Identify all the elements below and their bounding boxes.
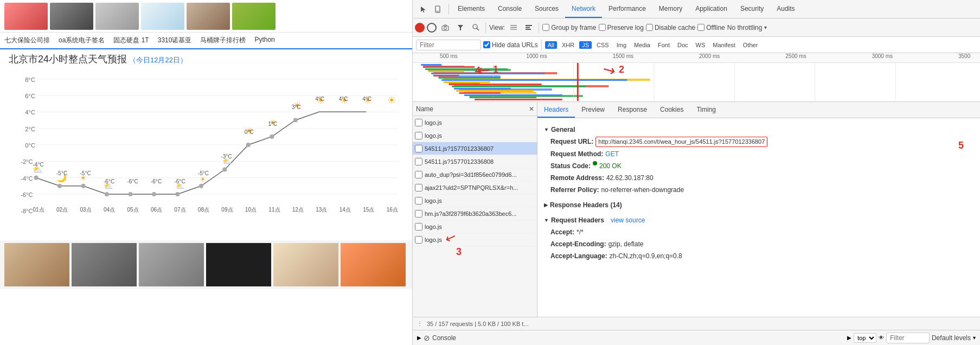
context-arrow[interactable]: ▶: [847, 335, 851, 341]
request-row-8[interactable]: logo.js: [413, 220, 537, 233]
thumb-6[interactable]: [232, 3, 276, 30]
req-checkbox-2[interactable]: [415, 145, 422, 152]
no-throttling-label[interactable]: No throttling: [727, 24, 763, 31]
close-filter-icon[interactable]: ✕: [526, 105, 537, 113]
filter-all[interactable]: All: [545, 41, 557, 49]
tab-audits[interactable]: Audits: [770, 0, 801, 18]
bottom-img-6[interactable]: [341, 243, 406, 286]
request-row-2[interactable]: 54511.js?1577012336807: [413, 142, 537, 155]
tab-elements[interactable]: Elements: [451, 0, 491, 18]
req-checkbox-7[interactable]: [415, 210, 422, 218]
dots-menu-icon[interactable]: ⋮: [417, 321, 422, 327]
tab-sources[interactable]: Sources: [528, 0, 565, 18]
request-row-6[interactable]: logo.js: [413, 194, 537, 207]
stop-button[interactable]: [427, 23, 437, 33]
filter-ws[interactable]: WS: [693, 41, 708, 49]
filter-icon[interactable]: [454, 21, 467, 34]
preserve-log-checkbox[interactable]: Preserve log: [599, 24, 644, 31]
filter-font[interactable]: Font: [655, 41, 672, 49]
camera-icon[interactable]: [439, 21, 452, 34]
filter-doc[interactable]: Doc: [675, 41, 691, 49]
thumb-label-5[interactable]: 马桶牌子排行榜: [196, 35, 250, 46]
tab-security[interactable]: Security: [734, 0, 770, 18]
req-checkbox-6[interactable]: [415, 197, 422, 205]
thumb-label-2[interactable]: oa系统电子签名: [54, 35, 109, 46]
group-by-frame-checkbox[interactable]: Group by frame: [542, 24, 596, 31]
request-row-7[interactable]: hm.js?a3f2879f6b3620a363bec6...: [413, 207, 537, 220]
levels-arrow[interactable]: ▾: [973, 335, 976, 341]
req-checkbox-1[interactable]: [415, 132, 422, 139]
eye-icon[interactable]: 👁: [879, 335, 884, 341]
thumb-label-1[interactable]: 七大保险公司排: [0, 35, 54, 46]
thumb-label-3[interactable]: 固态硬盘 1T: [109, 35, 153, 46]
bottom-img-1[interactable]: [4, 243, 69, 286]
filter-manifest[interactable]: Manifest: [710, 41, 738, 49]
tab-memory[interactable]: Memory: [652, 0, 689, 18]
tab-console[interactable]: Console: [491, 0, 528, 18]
console-expand-icon[interactable]: ▶: [417, 335, 421, 341]
console-label[interactable]: Console: [432, 334, 456, 342]
filter-input[interactable]: [416, 40, 481, 50]
thumb-2[interactable]: [50, 3, 93, 30]
response-headers-section-header[interactable]: ▶ Response Headers (14): [544, 198, 973, 211]
thumb-3[interactable]: [95, 3, 139, 30]
bottom-img-4[interactable]: [206, 243, 271, 286]
disable-cache-input[interactable]: [646, 24, 653, 31]
console-filter-input[interactable]: [886, 333, 930, 343]
thumb-5[interactable]: [187, 3, 230, 30]
thumb-label-4[interactable]: 3310诺基亚: [153, 35, 196, 46]
tab-application[interactable]: Application: [689, 0, 734, 18]
request-row-3[interactable]: 54511.js?1577012336808: [413, 155, 537, 168]
default-levels-label[interactable]: Default levels: [932, 334, 971, 342]
request-row-5[interactable]: ajax21?uld2=SPTNPQRLSX&r=h...: [413, 181, 537, 194]
filter-js[interactable]: JS: [579, 41, 592, 49]
request-row-4[interactable]: auto_dup?psi=3d1f856ec0799d6...: [413, 168, 537, 181]
hide-data-urls-checkbox[interactable]: Hide data URLs: [483, 41, 538, 49]
general-section-header[interactable]: ▼ General: [544, 123, 973, 136]
thumb-label-6[interactable]: Python: [250, 35, 279, 46]
bottom-img-5[interactable]: [273, 243, 338, 286]
req-checkbox-0[interactable]: [415, 119, 422, 126]
thumb-1[interactable]: [4, 3, 48, 30]
offline-checkbox[interactable]: Offline: [697, 24, 725, 31]
details-tab-preview[interactable]: Preview: [575, 102, 611, 118]
request-row-0[interactable]: logo.js: [413, 116, 537, 129]
console-stop-icon[interactable]: ⊘: [424, 334, 430, 342]
cursor-icon[interactable]: [417, 3, 430, 16]
details-tab-response[interactable]: Response: [611, 102, 654, 118]
filter-other[interactable]: Other: [740, 41, 761, 49]
context-select[interactable]: top: [854, 333, 876, 343]
request-url-value[interactable]: http://tianqi.2345.com/t/wea_hour_js/545…: [595, 137, 767, 147]
disable-cache-checkbox[interactable]: Disable cache: [646, 24, 695, 31]
request-row-9[interactable]: logo.js: [413, 233, 537, 246]
req-checkbox-9[interactable]: [415, 236, 422, 244]
view-list-icon[interactable]: [507, 21, 520, 34]
bottom-img-2[interactable]: [72, 243, 137, 286]
weather-date[interactable]: （今日12月22日）: [129, 55, 187, 65]
filter-xhr[interactable]: XHR: [559, 41, 577, 49]
request-row-1[interactable]: logo.js: [413, 129, 537, 142]
preserve-log-input[interactable]: [599, 24, 606, 31]
req-checkbox-5[interactable]: [415, 184, 422, 191]
search-icon[interactable]: [469, 21, 482, 34]
filter-img[interactable]: Img: [614, 41, 629, 49]
view-waterfall-icon[interactable]: [522, 21, 535, 34]
group-by-frame-input[interactable]: [542, 24, 549, 31]
throttling-arrow[interactable]: ▾: [764, 24, 767, 30]
network-timeline[interactable]: 500 ms 1000 ms 1500 ms 2000 ms 2500 ms 3…: [413, 53, 980, 102]
details-tab-headers[interactable]: Headers: [537, 102, 575, 118]
filter-media[interactable]: Media: [631, 41, 653, 49]
filter-css[interactable]: CSS: [594, 41, 612, 49]
record-button[interactable]: [415, 23, 425, 33]
offline-input[interactable]: [697, 24, 704, 31]
hide-data-urls-input[interactable]: [483, 41, 490, 48]
tab-performance[interactable]: Performance: [602, 0, 652, 18]
thumb-4[interactable]: [141, 3, 184, 30]
tab-network[interactable]: Network: [565, 0, 602, 18]
mobile-icon[interactable]: [431, 3, 444, 16]
req-checkbox-3[interactable]: [415, 158, 422, 165]
details-tab-timing[interactable]: Timing: [690, 102, 722, 118]
bottom-img-3[interactable]: [139, 243, 204, 286]
request-headers-section-header[interactable]: ▼ Request Headers view source: [544, 213, 973, 226]
details-tab-cookies[interactable]: Cookies: [654, 102, 690, 118]
